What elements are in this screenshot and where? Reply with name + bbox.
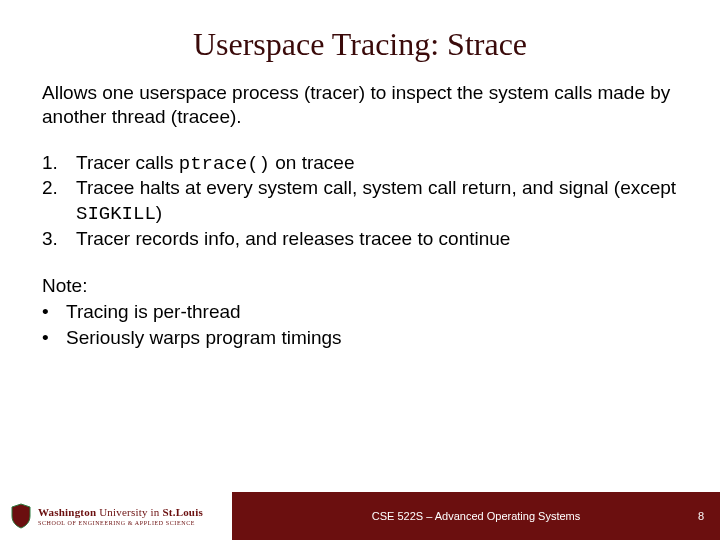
footer-logo-area: Washington University in St.Louis SCHOOL…: [0, 492, 232, 540]
list-item: • Seriously warps program timings: [42, 325, 678, 351]
text-segment: Washington: [38, 506, 96, 518]
footer-info-area: CSE 522S – Advanced Operating Systems 8: [232, 492, 720, 540]
list-number: 2.: [42, 176, 76, 226]
course-label: CSE 522S – Advanced Operating Systems: [232, 510, 720, 522]
bullet-icon: •: [42, 299, 66, 325]
list-text: Tracee halts at every system call, syste…: [76, 176, 678, 226]
list-item: 3. Tracer records info, and releases tra…: [42, 227, 678, 252]
note-block: Note: • Tracing is per-thread • Seriousl…: [42, 273, 678, 350]
list-item: 2. Tracee halts at every system call, sy…: [42, 176, 678, 226]
bullet-text: Tracing is per-thread: [66, 299, 241, 325]
wordmark-bottom: SCHOOL OF ENGINEERING & APPLIED SCIENCE: [38, 520, 203, 526]
footer-bar: Washington University in St.Louis SCHOOL…: [0, 492, 720, 540]
list-item: • Tracing is per-thread: [42, 299, 678, 325]
bullet-icon: •: [42, 325, 66, 351]
lead-text: Allows one userspace process (tracer) to…: [42, 81, 678, 129]
list-text: Tracer calls ptrace() on tracee: [76, 151, 678, 177]
slide-body: Allows one userspace process (tracer) to…: [0, 63, 720, 350]
text-segment: on tracee: [270, 152, 355, 173]
text-segment: ): [156, 202, 162, 223]
text-segment: Tracer calls: [76, 152, 179, 173]
university-logo: Washington University in St.Louis SCHOOL…: [10, 503, 203, 529]
list-text: Tracer records info, and releases tracee…: [76, 227, 678, 252]
ordered-list: 1. Tracer calls ptrace() on tracee 2. Tr…: [42, 151, 678, 252]
page-number: 8: [698, 510, 704, 522]
text-segment: University in: [96, 506, 162, 518]
code-snippet: SIGKILL: [76, 203, 156, 225]
shield-icon: [10, 503, 32, 529]
list-item: 1. Tracer calls ptrace() on tracee: [42, 151, 678, 177]
bullet-text: Seriously warps program timings: [66, 325, 342, 351]
wordmark-top: Washington University in St.Louis: [38, 507, 203, 518]
list-number: 1.: [42, 151, 76, 177]
text-segment: Tracer records info, and releases tracee…: [76, 228, 510, 249]
note-label: Note:: [42, 273, 678, 299]
slide: Userspace Tracing: Strace Allows one use…: [0, 0, 720, 540]
wordmark: Washington University in St.Louis SCHOOL…: [38, 507, 203, 526]
code-snippet: ptrace(): [179, 153, 270, 175]
text-segment: Tracee halts at every system call, syste…: [76, 177, 676, 198]
text-segment: St.Louis: [163, 506, 203, 518]
list-number: 3.: [42, 227, 76, 252]
slide-title: Userspace Tracing: Strace: [0, 0, 720, 63]
